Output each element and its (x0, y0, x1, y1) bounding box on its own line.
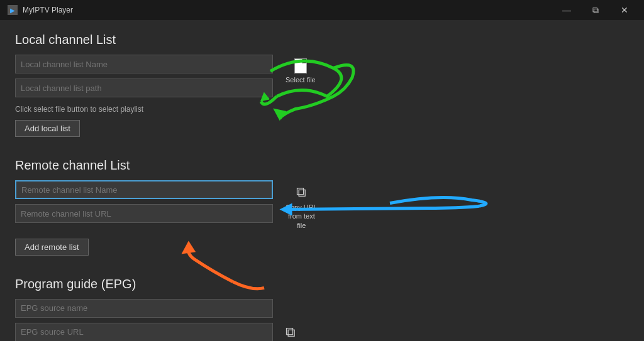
remote-section: Remote channel List ⧉ Copy URL from text… (15, 158, 629, 268)
title-bar-left: ▶ MyIPTV Player (8, 5, 73, 15)
epg-file-col: ⧉ (283, 299, 298, 341)
local-hint: Click select file button to select playl… (15, 105, 629, 114)
select-file-col: Select file (283, 55, 318, 86)
restore-button[interactable]: ⧉ (581, 0, 610, 20)
remote-name-input[interactable] (15, 180, 273, 199)
remote-inputs-row: ⧉ Copy URL from text file (15, 180, 629, 232)
remote-section-title: Remote channel List (15, 158, 629, 173)
app-title: MyIPTV Player (23, 6, 73, 14)
local-inputs-row: Select file (15, 55, 629, 102)
remote-inputs-col (15, 180, 273, 228)
local-section: Local channel List Select file Click sel… (15, 33, 629, 149)
copy-url-label: Copy URL from text file (286, 203, 318, 230)
local-name-input[interactable] (15, 55, 273, 73)
add-remote-list-button[interactable]: Add remote list (15, 239, 89, 256)
select-file-button[interactable]: Select file (283, 56, 318, 86)
close-button[interactable]: ✕ (610, 0, 639, 20)
epg-copy-icon: ⧉ (286, 324, 296, 340)
app-icon: ▶ (8, 5, 18, 15)
title-bar: ▶ MyIPTV Player — ⧉ ✕ (0, 0, 644, 20)
epg-inputs-col (15, 299, 273, 341)
select-file-label: Select file (286, 76, 316, 84)
copy-icon: ⧉ (296, 184, 306, 200)
minimize-button[interactable]: — (552, 0, 581, 20)
main-content: Local channel List Select file Click sel… (0, 20, 644, 341)
epg-url-input[interactable] (15, 323, 273, 341)
epg-inputs-row: ⧉ (15, 299, 629, 341)
epg-section-title: Program guide (EPG) (15, 277, 629, 291)
copy-url-col: ⧉ Copy URL from text file (283, 180, 320, 232)
remote-url-input[interactable] (15, 204, 273, 223)
copy-url-button[interactable]: ⧉ Copy URL from text file (283, 181, 320, 232)
file-icon (294, 58, 307, 73)
epg-section: Program guide (EPG) ⧉ (15, 277, 629, 341)
local-inputs-col (15, 55, 273, 102)
add-local-list-button[interactable]: Add local list (15, 120, 80, 137)
local-path-input[interactable] (15, 78, 273, 97)
epg-copy-button[interactable]: ⧉ (283, 322, 298, 341)
window-controls: — ⧉ ✕ (552, 0, 639, 20)
local-section-title: Local channel List (15, 33, 629, 47)
epg-name-input[interactable] (15, 299, 273, 318)
